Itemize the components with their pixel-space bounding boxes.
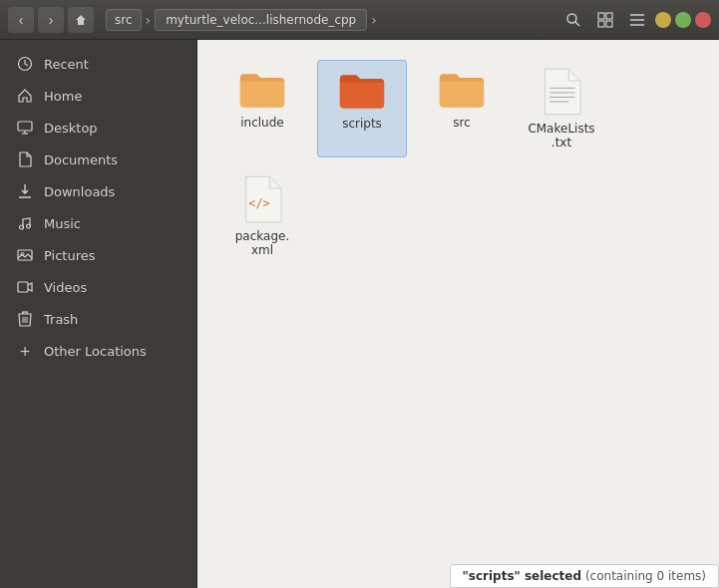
sidebar-item-music-label: Music: [44, 216, 81, 231]
up-button[interactable]: [68, 7, 94, 33]
recent-icon: [16, 55, 34, 73]
titlebar-actions: [559, 6, 711, 34]
sidebar-item-downloads[interactable]: Downloads: [4, 175, 192, 207]
main-container: Recent Home Desktop Documents Downloads: [0, 40, 719, 588]
folder-icon-src: [438, 68, 486, 110]
breadcrumb: src › myturtle_veloc...lishernode_cpp ›: [106, 9, 547, 31]
svg-line-1: [575, 22, 579, 26]
downloads-icon: [16, 182, 34, 200]
file-item-src[interactable]: src: [417, 60, 507, 157]
file-item-packagexml[interactable]: </> package.xml: [217, 167, 307, 265]
documents-icon: [16, 150, 34, 168]
sidebar-item-desktop[interactable]: Desktop: [4, 112, 192, 144]
sidebar-item-pictures[interactable]: Pictures: [4, 239, 192, 271]
textfile-icon-cmakelists: [541, 68, 581, 116]
svg-rect-5: [606, 21, 612, 27]
search-button[interactable]: [559, 6, 587, 34]
folder-icon-scripts: [338, 69, 386, 111]
sidebar-item-music[interactable]: Music: [4, 207, 192, 239]
breadcrumb-divider: ›: [146, 12, 152, 28]
music-icon: [16, 214, 34, 232]
svg-rect-2: [598, 13, 604, 19]
sidebar-item-videos-label: Videos: [44, 280, 87, 295]
folder-icon-include: [238, 68, 286, 110]
svg-point-0: [567, 14, 576, 23]
sidebar: Recent Home Desktop Documents Downloads: [0, 40, 197, 588]
file-item-scripts[interactable]: scripts: [317, 60, 407, 157]
svg-text:</>: </>: [248, 196, 269, 210]
file-label-packagexml: package.xml: [235, 229, 289, 257]
statusbar: "scripts" selected (containing 0 items): [450, 564, 719, 588]
sidebar-add-label: Other Locations: [44, 344, 147, 359]
sidebar-item-documents[interactable]: Documents: [4, 144, 192, 175]
back-button[interactable]: ‹: [8, 7, 34, 33]
content-area[interactable]: include scripts: [197, 40, 719, 588]
sidebar-item-desktop-label: Desktop: [44, 121, 98, 136]
add-icon: +: [16, 342, 34, 360]
desktop-icon: [16, 119, 34, 137]
file-grid: include scripts: [217, 60, 699, 265]
close-button[interactable]: [695, 12, 711, 28]
minimize-button[interactable]: [655, 12, 671, 28]
file-label-cmakelists: CMakeLists.txt: [528, 122, 594, 149]
view-toggle-button[interactable]: [591, 6, 619, 34]
breadcrumb-divider2: ›: [371, 12, 377, 28]
home-icon: [16, 87, 34, 105]
file-label-scripts: scripts: [342, 117, 382, 131]
sidebar-item-downloads-label: Downloads: [44, 184, 115, 199]
maximize-button[interactable]: [675, 12, 691, 28]
sidebar-item-home[interactable]: Home: [4, 80, 192, 112]
trash-icon: [16, 310, 34, 328]
sidebar-item-trash-label: Trash: [44, 312, 78, 327]
svg-rect-3: [606, 13, 612, 19]
svg-rect-4: [598, 21, 604, 27]
sidebar-item-other-locations[interactable]: + Other Locations: [4, 335, 192, 367]
file-label-src: src: [453, 116, 471, 130]
titlebar: ‹ › src › myturtle_veloc...lishernode_cp…: [0, 0, 719, 40]
sidebar-item-videos[interactable]: Videos: [4, 271, 192, 303]
statusbar-selected: "scripts" selected: [463, 569, 582, 583]
sidebar-item-recent[interactable]: Recent: [4, 48, 192, 80]
file-item-cmakelists[interactable]: CMakeLists.txt: [517, 60, 606, 157]
xmlfile-icon-packagexml: </>: [242, 175, 282, 223]
svg-rect-18: [18, 282, 28, 292]
statusbar-info: (containing 0 items): [581, 569, 706, 583]
sidebar-item-trash[interactable]: Trash: [4, 303, 192, 335]
pictures-icon: [16, 246, 34, 264]
svg-rect-16: [18, 250, 32, 260]
svg-rect-10: [18, 122, 32, 131]
sidebar-item-home-label: Home: [44, 89, 82, 104]
sidebar-item-documents-label: Documents: [44, 152, 118, 167]
forward-button[interactable]: ›: [38, 7, 64, 33]
breadcrumb-path[interactable]: myturtle_veloc...lishernode_cpp: [155, 9, 367, 31]
file-item-include[interactable]: include: [217, 60, 307, 157]
menu-button[interactable]: [623, 6, 651, 34]
file-label-include: include: [240, 116, 283, 130]
videos-icon: [16, 278, 34, 296]
sidebar-item-pictures-label: Pictures: [44, 248, 95, 263]
sidebar-item-recent-label: Recent: [44, 57, 89, 72]
breadcrumb-src[interactable]: src: [106, 9, 142, 31]
